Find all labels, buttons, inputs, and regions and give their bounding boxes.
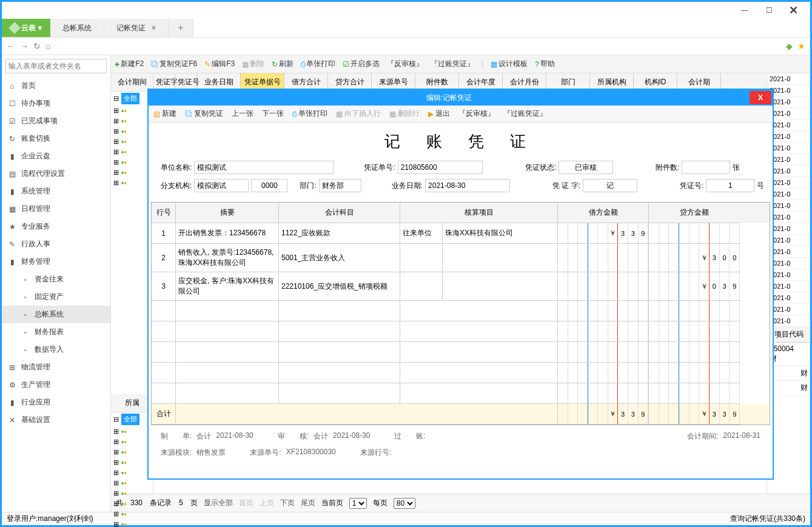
voucher-row-blank[interactable] — [152, 321, 770, 342]
sidebar-item[interactable]: ✕基础设置 — [2, 411, 110, 429]
sidebar-item[interactable]: ▮行业应用 — [2, 394, 110, 411]
sidebar-item[interactable]: ▮财务管理 — [2, 253, 110, 270]
brand[interactable]: 云表▾ — [2, 19, 50, 37]
delete-button[interactable]: ▦删除 — [242, 59, 264, 69]
m-prev[interactable]: 上一张 — [232, 109, 253, 119]
sidebar-item[interactable]: ▫总帐系统 — [2, 306, 110, 323]
next-page[interactable]: 下页 — [280, 498, 295, 508]
tree-node[interactable]: ⊟ 全部 — [111, 412, 153, 426]
sidebar-item[interactable]: ▮系统管理 — [2, 183, 110, 200]
tree-node[interactable]: ⊞ — [111, 157, 153, 167]
m-next[interactable]: 下一张 — [262, 109, 284, 119]
sidebar-item[interactable]: ✎行政人事 — [2, 235, 110, 253]
docno-field[interactable]: 210805600 — [398, 161, 483, 174]
sidebar-item[interactable]: ⌂首页 — [2, 77, 110, 95]
sidebar-item[interactable]: ★专业服务 — [2, 218, 110, 235]
voucher-row[interactable]: 3应交税金, 客户:珠海XX科技有限公司22210106_应交增值税_销项税额￥… — [152, 272, 770, 301]
tree-node[interactable]: ⊞ — [111, 106, 153, 116]
sidebar-item[interactable]: ▮企业云盘 — [2, 147, 110, 165]
voucher-row-blank[interactable] — [152, 342, 770, 363]
showall-button[interactable]: 显示全部 — [204, 498, 233, 508]
branch-field[interactable]: 模拟测试 — [194, 179, 249, 192]
new-button[interactable]: +新建F2 — [115, 59, 144, 69]
multiselect-button[interactable]: ☑开启多选 — [343, 59, 380, 69]
tree-node[interactable]: ⊞ — [111, 116, 153, 126]
print-button[interactable]: ⎙单张打印 — [301, 59, 335, 69]
vno-field[interactable]: 1 — [706, 179, 754, 192]
m-copy[interactable]: ⿻复制凭证 — [185, 109, 223, 119]
m-print[interactable]: ⎙单张打印 — [292, 109, 327, 119]
branch-code[interactable]: 0000 — [251, 179, 287, 192]
sidebar-item[interactable]: ▦日程管理 — [2, 200, 110, 218]
tree-node[interactable]: ⊞ — [111, 147, 153, 157]
sidebar-item[interactable]: ▤流程代理设置 — [2, 165, 110, 183]
last-page[interactable]: 尾页 — [301, 498, 315, 508]
sidebar-item[interactable]: ⊞物流管理 — [2, 358, 110, 376]
voucher-row-blank[interactable] — [152, 383, 770, 404]
attach-field[interactable] — [682, 161, 730, 174]
right-row[interactable]: 2021-0 — [767, 73, 810, 85]
modal-close-button[interactable]: X — [750, 91, 771, 104]
edit-voucher-modal: 编辑:记帐凭证 X ▤新建 ⿻复制凭证 上一张 下一张 ⎙单张打印 ▦向下插入行… — [147, 89, 774, 480]
unreview-button[interactable]: 『反审核』 — [387, 59, 423, 69]
bdate-field[interactable]: 2021-08-30 — [425, 179, 510, 192]
tree-node[interactable]: ⊞ — [111, 136, 153, 147]
maximize-button[interactable]: ☐ — [757, 2, 781, 19]
star-icon[interactable]: ★ — [797, 41, 805, 51]
tree-node[interactable]: ⊞ — [111, 468, 153, 478]
copy-voucher-button[interactable]: ⿻复制凭证F6 — [151, 59, 197, 69]
sidebar-item[interactable]: ▫资金往来 — [2, 270, 110, 288]
sidebar-item[interactable]: ▫数据导入 — [2, 341, 110, 358]
vword-field[interactable]: 记 — [583, 179, 637, 192]
tree-node[interactable]: ⊞ — [111, 447, 153, 457]
unit-field[interactable]: 模拟测试 — [194, 161, 334, 174]
help-button[interactable]: ?帮助 — [535, 59, 555, 69]
perpage-select[interactable]: 80 — [394, 498, 415, 509]
close-button[interactable]: ✕ — [781, 2, 805, 19]
tree-node[interactable]: ⊞ — [111, 488, 153, 498]
refresh-button[interactable]: ↻刷新 — [272, 59, 294, 69]
refresh-icon[interactable]: ↻ — [33, 41, 41, 51]
home-icon[interactable]: ⌂ — [45, 41, 50, 51]
minimize-button[interactable]: — — [733, 2, 757, 19]
tree-node[interactable]: ⊞ — [111, 509, 153, 519]
tree-node[interactable]: ⊞ — [111, 498, 153, 509]
tab-general-ledger[interactable]: 总帐系统 — [50, 19, 104, 37]
back-icon[interactable]: ← — [7, 41, 15, 51]
tree-node[interactable]: ⊞ — [111, 126, 153, 136]
sidebar-item[interactable]: ▫固定资产 — [2, 288, 110, 306]
m-new[interactable]: ▤新建 — [153, 109, 176, 119]
tree-node[interactable]: ⊞ — [111, 178, 153, 188]
m-exit[interactable]: ▶退出 — [428, 109, 450, 119]
voucher-row[interactable]: 1开出销售发票：1234566781122_应收账款往来单位珠海XX科技有限公司… — [152, 223, 770, 244]
search-input[interactable] — [5, 59, 107, 73]
voucher-row-blank[interactable] — [152, 301, 770, 321]
tab-add[interactable]: + — [169, 19, 193, 37]
tab-voucher[interactable]: 记帐凭证× — [104, 19, 169, 37]
page-select[interactable]: 1 — [349, 498, 367, 509]
design-button[interactable]: ▦设计模板 — [491, 59, 528, 69]
sidebar-item[interactable]: ⚙生产管理 — [2, 376, 110, 394]
post-button[interactable]: 『过账凭证』 — [431, 59, 474, 69]
sidebar-item[interactable]: ▫财务报表 — [2, 323, 110, 341]
tree-node[interactable]: ⊟ 全部 — [111, 92, 153, 106]
tree-node[interactable]: ⊞ — [111, 519, 153, 527]
m-post[interactable]: 『过账凭证』 — [503, 109, 547, 119]
diamond-icon[interactable]: ◆ — [786, 41, 793, 51]
edit-button[interactable]: ✎编辑F3 — [204, 59, 235, 69]
voucher-row-blank[interactable] — [152, 363, 770, 383]
sidebar-item[interactable]: ☑已完成事项 — [2, 112, 110, 130]
tree-node[interactable]: ⊞ — [111, 167, 153, 178]
voucher-row[interactable]: 2销售收入, 发票号:123456678, 珠海XX科技有限公司5001_主营业… — [152, 244, 770, 272]
tree-node[interactable]: ⊞ — [111, 457, 153, 468]
dept-field[interactable]: 财务部 — [319, 179, 361, 192]
tree-node[interactable]: ⊞ — [111, 426, 153, 437]
tree-node[interactable]: ⊞ — [111, 437, 153, 447]
tab-close-icon[interactable]: × — [152, 24, 156, 32]
sidebar-item[interactable]: ☐待办事项 — [2, 95, 110, 112]
forward-icon[interactable]: → — [20, 41, 29, 51]
tree-node[interactable]: ⊞ — [111, 478, 153, 488]
m-unreview[interactable]: 『反审核』 — [458, 109, 495, 119]
sidebar-item[interactable]: ↻账套切换 — [2, 130, 110, 147]
doc-title: 记 账 凭 证 — [149, 123, 773, 161]
